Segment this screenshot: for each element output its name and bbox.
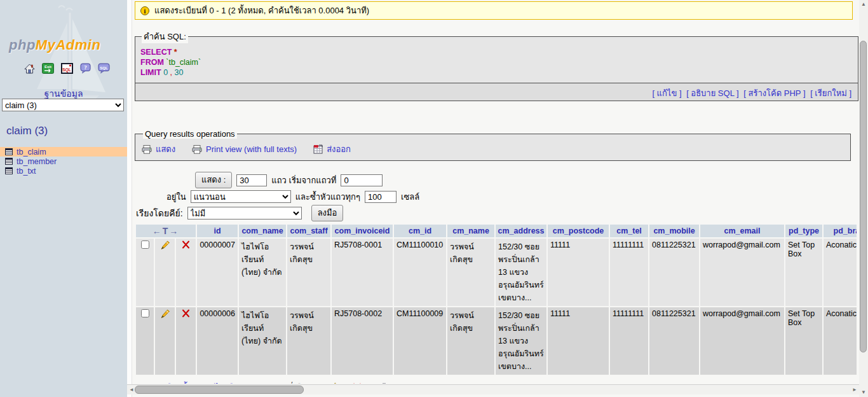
home-icon[interactable] [24,64,35,74]
cell-com-name: ไฮไฟโอเรียนท์ (ไทย) จำกัด [239,307,286,375]
sidebar-item-tb-claim[interactable]: tb_claim [0,147,127,157]
svg-text:SQL: SQL [100,66,108,70]
column-header-pd-brand[interactable]: pd_brand [824,225,857,237]
edit-icon[interactable] [160,243,170,252]
column-header-cm-email[interactable]: cm_email [700,225,784,237]
print-view-full-texts-link[interactable]: Print view (with full texts) [192,144,297,154]
cell-id: 00000006 [197,307,238,375]
cell-com-invoiceid: RJ5708-0002 [332,307,393,375]
refresh-link[interactable]: [ เรียกใหม่ ] [810,88,851,98]
logo-php-text: php [9,37,36,53]
sort-key-select[interactable]: ไม่มี [187,207,302,219]
create-php-code-link[interactable]: [ สร้างโค้ด PHP ] [743,88,805,98]
table-link[interactable]: tb_claim [17,148,46,157]
show-button[interactable]: แสดง : [195,172,232,188]
svg-text:?: ? [84,64,87,71]
with-selected-label: ทำกับที่เลือก: [264,380,312,384]
database-select[interactable]: claim (3) [2,99,124,111]
scroll-right-arrow[interactable]: ► [850,385,859,395]
num-rows-input[interactable] [236,174,267,186]
main-content: i แสดงระเบียนที่ 0 - 1 (2 ทั้งหมด, คำค้น… [132,0,859,384]
row-checkbox[interactable] [141,309,149,317]
horizontal-scrollbar[interactable]: ◄ ► [127,384,859,394]
export-icon [313,144,323,154]
cell-cm-tel: 11111111 [610,307,648,375]
row-options-toggle[interactable]: ←T→ [136,225,196,237]
table-icon [5,167,13,174]
scroll-down-arrow[interactable]: ▼ [859,388,868,397]
sql-query-text: SELECT * FROM `tb_claim` LIMIT 0 , 30 [140,47,853,78]
table-link[interactable]: tb_txt [17,167,36,176]
table-link[interactable]: tb_member [17,157,57,166]
display-mode-select[interactable]: แนวนอน [191,190,291,203]
help-question-icon[interactable]: ? [80,63,91,74]
column-header-cm-name[interactable]: cm_name [447,225,494,237]
vertical-scrollbar[interactable]: ▲ ▼ [859,0,868,397]
cell-cm-email: worrapod@gmail.com [700,239,784,306]
cell-cm-name: วรพจน์ เกิดสุข [447,239,494,306]
column-header-cm-id[interactable]: cm_id [394,225,446,237]
edit-icon[interactable] [160,312,170,321]
repeat-cells-input[interactable] [365,191,397,203]
sql-docs-icon[interactable]: SQL [98,63,110,74]
column-header-pd-type[interactable]: pd_type [785,225,822,237]
notice-text: แสดงระเบียนที่ 0 - 1 (2 ทั้งหมด, คำค้นใช… [154,4,369,17]
row-checkbox[interactable] [141,240,149,249]
cell-cm-email: worrapod@gmail.com [700,307,784,375]
cell-cm-address: 152/30 ซอย พระปิ่นเกล้า 13 แขวง อรุณอัมร… [496,239,546,306]
check-all-link[interactable]: เลือกทั้งหมด [163,383,208,384]
frame-divider [127,0,132,397]
sql-query-window-icon[interactable]: SQL [61,63,73,74]
column-header-id[interactable]: id [197,225,238,237]
logout-exit-icon[interactable]: Exit [42,63,54,74]
export-link[interactable]: ส่งออก [313,143,351,156]
cell-com-staff: วรพจน์ เกิดสุข [287,239,330,306]
vertical-scroll-thumb[interactable] [860,41,867,352]
start-row-input[interactable] [341,174,383,186]
export-selected-icon[interactable] [377,383,386,384]
column-header-com-staff[interactable]: com_staff [287,225,330,237]
rows-start-label: แถว เริ่มจากแถวที่ [271,174,336,187]
cell-cm-id: CM11100009 [394,307,446,375]
column-header-cm-mobile[interactable]: cm_mobile [649,225,699,237]
database-heading: claim (3) [6,125,48,137]
navigation-sidebar: phpMyAdmin Exit SQL ? SQL ฐานข้อมูล clai… [0,0,127,397]
uncheck-all-link[interactable]: ไม่เลือกเลย [215,383,257,384]
cell-id: 00000007 [197,239,238,306]
horizontal-scroll-thumb[interactable] [135,386,304,394]
table-list: tb_claim tb_member tb_txt [0,147,127,176]
delete-icon[interactable] [182,242,190,251]
printer-icon [142,145,152,154]
table-row: 00000007 ไฮไฟโอเรียนท์ (ไทย) จำกัด วรพจน… [136,239,857,306]
go-button[interactable]: ลงมือ [311,205,344,221]
sidebar-item-tb-txt[interactable]: tb_txt [0,166,127,176]
column-header-com-invoiceid[interactable]: com_invoiceid [332,225,393,237]
cell-cm-postcode: 11111 [548,307,609,375]
sql-action-links: [ แก้ไข ] [ อธิบาย SQL ] [ สร้างโค้ด PHP… [135,83,858,101]
column-header-cm-tel[interactable]: cm_tel [610,225,648,237]
print-view-link[interactable]: แสดง [142,143,175,156]
cells-label: เซลล์ [401,190,419,204]
column-header-cm-address[interactable]: cm_address [496,225,546,237]
phpmyadmin-logo[interactable]: phpMyAdmin [9,37,100,53]
sidebar-item-tb-member[interactable]: tb_member [0,157,127,166]
scroll-up-arrow[interactable]: ▲ [859,0,868,9]
column-header-com-name[interactable]: com_name [239,225,286,237]
edit-sql-link[interactable]: [ แก้ไข ] [652,88,681,98]
query-results-operations: Query results operations แสดง Print view… [135,129,851,161]
operations-legend: Query results operations [143,129,237,139]
delete-icon[interactable] [182,310,190,319]
delete-selected-icon[interactable] [353,383,362,384]
with-selected-arrow-icon [140,382,156,384]
cell-com-staff: วรพจน์ เกิดสุข [287,307,330,375]
results-table-container: ←T→ id com_name com_staff com_invoiceid … [135,223,857,376]
column-header-cm-postcode[interactable]: cm_postcode [548,225,609,237]
edit-selected-icon[interactable] [327,382,337,384]
result-notice: i แสดงระเบียนที่ 0 - 1 (2 ทั้งหมด, คำค้น… [135,1,853,20]
info-icon: i [140,6,149,15]
pagination-top: แสดง : แถว เริ่มจากแถวที่ อยู่ใน แนวนอน … [135,172,859,221]
explain-sql-link[interactable]: [ อธิบาย SQL ] [686,88,739,98]
cell-cm-mobile: 0811225321 [649,307,699,375]
cell-pd-brand: Aconatic [824,239,857,306]
repeat-headers-label: และซ้ำหัวแถวทุกๆ [295,190,360,204]
